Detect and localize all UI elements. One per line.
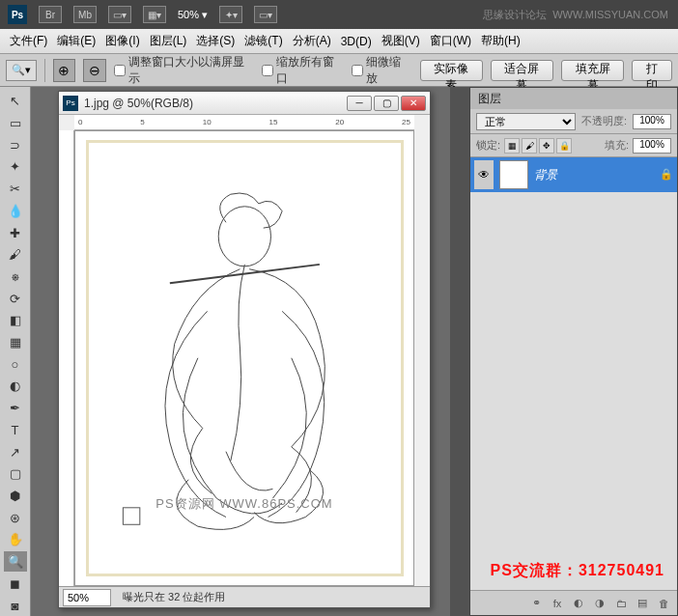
zoom-all-checkbox[interactable]: 缩放所有窗口 (262, 54, 345, 87)
maximize-button[interactable]: ▢ (374, 96, 399, 111)
history-brush-tool[interactable]: ⟳ (4, 288, 27, 309)
print-size-button[interactable]: 打印 (632, 60, 672, 81)
opacity-label: 不透明度: (581, 114, 627, 128)
hand-shortcut-button[interactable]: ✦▾ (219, 6, 242, 23)
zoom-out-button[interactable]: ⊖ (83, 59, 106, 82)
resize-window-label: 调整窗口大小以满屏显示 (128, 54, 254, 87)
clone-stamp-tool[interactable]: ⎈ (4, 266, 27, 288)
resize-window-checkbox[interactable]: 调整窗口大小以满屏显示 (114, 54, 254, 87)
document-icon: Ps (63, 96, 78, 111)
ps-logo-icon: Ps (8, 5, 27, 24)
menu-analysis[interactable]: 分析(A) (291, 33, 333, 49)
menu-help[interactable]: 帮助(H) (479, 33, 523, 49)
lasso-tool[interactable]: ⊃ (4, 134, 27, 155)
canvas[interactable]: PS资源网 WWW.86PS.COM (74, 130, 414, 586)
panel-dock-strip[interactable] (450, 87, 469, 616)
brush-tool[interactable]: 🖌 (4, 244, 27, 266)
color-swatch[interactable]: ◼ (4, 573, 27, 594)
adjustment-layer-icon[interactable]: ◑ (592, 596, 607, 611)
separator (44, 59, 45, 82)
ruler-tick: 25 (402, 118, 410, 126)
lock-transparency-icon[interactable]: ▦ (504, 138, 520, 154)
link-layers-icon[interactable]: ⚭ (528, 596, 544, 611)
fill-input[interactable]: 100% (633, 138, 671, 154)
3d-tool[interactable]: ⬢ (4, 486, 27, 507)
gradient-tool[interactable]: ▦ (4, 332, 27, 353)
menu-view[interactable]: 视图(V) (380, 33, 422, 49)
arrange-button[interactable]: ▦▾ (143, 6, 166, 23)
menu-edit[interactable]: 编辑(E) (55, 33, 98, 49)
delete-layer-icon[interactable]: 🗑 (656, 596, 671, 611)
hand-tool[interactable]: ✋ (4, 529, 27, 550)
layers-tab[interactable]: 图层 (470, 88, 677, 109)
menu-image[interactable]: 图像(I) (103, 33, 141, 49)
visibility-eye-icon[interactable]: 👁 (474, 160, 494, 189)
status-zoom-input[interactable] (63, 589, 111, 606)
layer-mask-icon[interactable]: ◐ (571, 596, 586, 611)
layer-row[interactable]: 👁 背景 🔒 (470, 157, 677, 192)
zoom-tool[interactable]: 🔍 (4, 551, 27, 573)
layer-fx-icon[interactable]: fx (550, 596, 565, 611)
screenmode-button[interactable]: ▭▾ (108, 6, 131, 23)
zoom-in-button[interactable]: ⊕ (53, 59, 76, 82)
camera-tool[interactable]: ⊛ (4, 507, 27, 528)
menu-layer[interactable]: 图层(L) (148, 33, 189, 49)
crop-tool[interactable]: ✂ (4, 179, 27, 200)
close-button[interactable]: ✕ (401, 96, 426, 111)
healing-brush-tool[interactable]: ✚ (4, 222, 27, 243)
type-tool[interactable]: T (4, 420, 27, 441)
path-select-tool[interactable]: ↗ (4, 441, 27, 462)
zoom-tool-preset[interactable]: 🔍▾ (6, 60, 37, 81)
workspace: ↖ ▭ ⊃ ✦ ✂ 💧 ✚ 🖌 ⎈ ⟳ ◧ ▦ ○ ◐ ✒ T ↗ ▢ ⬢ ⊛ … (0, 87, 678, 616)
menu-3d[interactable]: 3D(D) (339, 35, 374, 48)
menu-select[interactable]: 选择(S) (194, 33, 237, 49)
lock-position-icon[interactable]: ✥ (539, 138, 554, 154)
ruler-horizontal[interactable]: 0 5 10 15 20 25 (74, 115, 414, 130)
new-layer-icon[interactable]: ▤ (635, 596, 650, 611)
layers-lock-row: 锁定: ▦ 🖌 ✥ 🔒 填充: 100% (470, 134, 677, 157)
dodge-tool[interactable]: ◐ (4, 376, 27, 397)
fit-screen-button[interactable]: 适合屏幕 (491, 60, 553, 81)
document-window: Ps 1.jpg @ 50%(RGB/8) ─ ▢ ✕ 0 5 10 15 20… (58, 91, 431, 608)
extras-button[interactable]: ▭▾ (254, 6, 277, 23)
menu-filter[interactable]: 滤镜(T) (242, 33, 284, 49)
canvas-area: Ps 1.jpg @ 50%(RGB/8) ─ ▢ ✕ 0 5 10 15 20… (31, 87, 450, 616)
eraser-tool[interactable]: ◧ (4, 310, 27, 331)
quickmask-button[interactable]: ◙ (4, 595, 27, 616)
document-titlebar[interactable]: Ps 1.jpg @ 50%(RGB/8) ─ ▢ ✕ (59, 92, 430, 115)
pen-tool[interactable]: ✒ (4, 398, 27, 419)
actual-pixels-button[interactable]: 实际像素 (420, 60, 483, 81)
layer-thumbnail[interactable] (499, 160, 528, 189)
layers-panel: 图层 正常 不透明度: 100% 锁定: ▦ 🖌 ✥ 🔒 填充: 100% (469, 87, 678, 616)
marquee-tool[interactable]: ▭ (4, 113, 27, 134)
menu-window[interactable]: 窗口(W) (428, 33, 473, 49)
fill-screen-button[interactable]: 填充屏幕 (561, 60, 624, 81)
scrubby-zoom-checkbox[interactable]: 细微缩放 (352, 54, 411, 87)
zoom-level-value: 50% (178, 9, 199, 20)
eyedropper-tool[interactable]: 💧 (4, 201, 27, 222)
chevron-down-icon: ▾ (202, 9, 208, 20)
ruler-tick: 15 (268, 118, 277, 126)
document-title: 1.jpg @ 50%(RGB/8) (84, 97, 345, 110)
lock-pixels-icon[interactable]: 🖌 (522, 138, 537, 154)
blend-mode-dropdown[interactable]: 正常 (476, 113, 576, 130)
watermark-cn: 思缘设计论坛 (483, 9, 547, 20)
layers-footer: ⚭ fx ◐ ◑ 🗀 ▤ 🗑 (470, 590, 677, 615)
layer-group-icon[interactable]: 🗀 (613, 596, 629, 611)
magic-wand-tool[interactable]: ✦ (4, 156, 27, 178)
ruler-vertical[interactable] (59, 130, 74, 586)
blur-tool[interactable]: ○ (4, 353, 27, 375)
options-bar: 🔍▾ ⊕ ⊖ 调整窗口大小以满屏显示 缩放所有窗口 细微缩放 实际像素 适合屏幕… (0, 54, 678, 87)
lock-all-icon[interactable]: 🔒 (556, 138, 572, 154)
opacity-input[interactable]: 100% (633, 114, 671, 129)
bridge-button[interactable]: Br (39, 6, 62, 23)
layer-name[interactable]: 背景 (534, 167, 654, 183)
watermark-top: 思缘设计论坛 WWW.MISSYUAN.COM (483, 8, 668, 22)
zoom-level-dropdown[interactable]: 50% ▾ (178, 9, 208, 21)
minibridge-button[interactable]: Mb (73, 6, 97, 23)
layers-blend-row: 正常 不透明度: 100% (470, 109, 677, 134)
menu-file[interactable]: 文件(F) (8, 33, 49, 49)
move-tool[interactable]: ↖ (4, 91, 27, 112)
shape-tool[interactable]: ▢ (4, 463, 27, 485)
minimize-button[interactable]: ─ (347, 96, 372, 111)
